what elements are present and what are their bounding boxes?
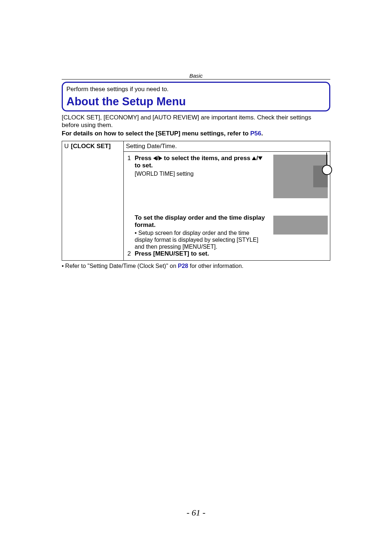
highlight-circle-icon	[322, 165, 332, 175]
clock-set-details: 1 Press / to select the items, and press…	[124, 151, 330, 261]
clock-icon: U	[64, 143, 69, 150]
screenshot-1	[273, 155, 328, 198]
footnote-prefix: Refer to "Setting Date/Time (Clock Set)"…	[65, 263, 178, 269]
screenshot-2	[273, 216, 328, 235]
display-order-bullet-text: Setup screen for display order and the t…	[135, 230, 258, 250]
up-arrow-icon	[252, 156, 256, 160]
step-2: 2 Press [MENU/SET] to set.	[127, 250, 326, 257]
step1-b: to select the items, and press	[162, 155, 252, 162]
intro-line-2: For details on how to select the [SETUP]…	[62, 130, 330, 137]
page-number: - 61 -	[0, 508, 392, 518]
step1-a: Press	[135, 155, 153, 162]
intro-prefix: For details on how to select the [SETUP]…	[62, 130, 250, 137]
footnote: •Refer to "Setting Date/Time (Clock Set)…	[62, 263, 330, 269]
setting-date-time: Setting Date/Time.	[124, 141, 330, 151]
screenshot-placeholder	[273, 155, 328, 235]
step1-c: to set.	[135, 162, 153, 169]
footnote-suffix: for other information.	[188, 263, 244, 269]
title-box: Perform these settings if you need to. A…	[62, 82, 330, 111]
right-arrow-icon	[159, 156, 162, 160]
left-arrow-icon	[153, 156, 157, 160]
intro-line-1: [CLOCK SET], [ECONOMY] and [AUTO REVIEW]…	[62, 114, 330, 129]
step-2-number: 2	[127, 250, 135, 257]
perform-text: Perform these settings if you need to.	[66, 86, 326, 93]
clock-set-table: U[CLOCK SET] Setting Date/Time.	[62, 141, 330, 261]
row-label-clock-set: U[CLOCK SET]	[62, 141, 124, 261]
link-p56[interactable]: P56	[250, 130, 261, 137]
section-header: Basic	[62, 73, 330, 80]
step-1-number: 1	[127, 155, 135, 162]
intro-suffix: .	[261, 130, 263, 137]
step-2-text: Press [MENU/SET] to set.	[135, 250, 326, 257]
down-arrow-icon	[258, 156, 262, 160]
link-p28[interactable]: P28	[178, 263, 188, 269]
page-title: About the Setup Menu	[66, 95, 326, 108]
clock-set-label: [CLOCK SET]	[71, 143, 111, 150]
